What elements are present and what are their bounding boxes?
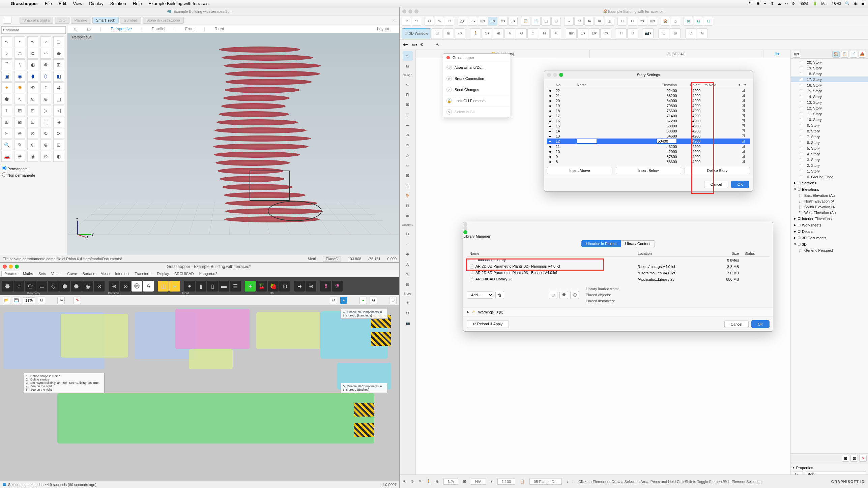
ribbon-icon[interactable]: ⊞ (169, 281, 180, 292)
break-connection-button[interactable]: ⊘Break Connection (443, 73, 510, 84)
tool-icon[interactable]: ⬯ (40, 71, 51, 82)
nav-item[interactable]: ⬚North Elevation (A (791, 198, 868, 204)
tb2-icon[interactable]: ⊡ (658, 28, 669, 38)
tb2-icon[interactable]: ⊡▾ (577, 28, 588, 38)
tool-icon[interactable]: ◁ (53, 105, 64, 116)
tb-icon[interactable]: 📄 (531, 17, 541, 26)
marquee-tool-icon[interactable]: ⊡ (403, 61, 413, 71)
nav-story-item[interactable]: 13. Story (791, 99, 868, 105)
menubar-icon[interactable]: ✦ (763, 1, 766, 6)
gh-tab[interactable]: Curve (64, 271, 80, 276)
command-input[interactable] (1, 26, 66, 34)
story-row[interactable]: ●14588004200☑ (547, 128, 750, 133)
smarttrack-button[interactable]: SmartTrack (92, 17, 119, 24)
nav-story-item[interactable]: 20. Story (791, 59, 868, 65)
tool-icon[interactable]: ◧ (53, 71, 64, 82)
tb-icon[interactable]: ✚▾ (498, 17, 508, 26)
sketch-icon[interactable]: ✎ (74, 297, 81, 304)
tool-icon[interactable]: ↔ (403, 239, 413, 249)
tb-icon[interactable]: ⇋ (584, 17, 594, 26)
zoom-ext-icon[interactable]: ⊡ (38, 297, 45, 304)
tool-icon[interactable]: ✎ (15, 140, 25, 150)
menu-edit[interactable]: Edit (55, 1, 69, 6)
open-icon[interactable]: 📂 (3, 297, 10, 304)
tool-icon[interactable]: ✦ (1, 82, 12, 93)
tool-icon[interactable]: ⊠ (15, 117, 25, 127)
story-row[interactable]: ●11462004200☑ (547, 144, 750, 149)
gh-tab[interactable]: Display (154, 271, 172, 276)
window-tool-icon[interactable]: ⊞ (403, 100, 413, 109)
gh-tab[interactable]: Maths (20, 271, 36, 276)
viewport-single-icon[interactable]: ▢ (82, 27, 95, 31)
mesh-tool-icon[interactable]: ⊞ (403, 211, 413, 220)
tool-icon[interactable]: ⊙ (40, 151, 51, 162)
ribbon-icon[interactable]: ⬣ (2, 281, 13, 292)
tab-right[interactable]: Right (210, 27, 229, 31)
tb2-icon[interactable]: ⊡ (539, 28, 550, 38)
story-row[interactable]: ●16672004200☑ (547, 118, 750, 123)
ribbon-icon[interactable]: ⬠ (25, 281, 36, 292)
story-row[interactable]: ●8336004200☑ (547, 159, 750, 164)
zoom-level[interactable]: 11% (23, 297, 35, 303)
tool-icon[interactable]: T (1, 105, 12, 116)
story-row[interactable]: ●21882004200☑ (547, 93, 750, 98)
tb2-icon[interactable]: ⊟▾ (589, 28, 600, 38)
tool-icon[interactable]: ◐ (27, 59, 38, 70)
ribbon-icon[interactable]: ● (184, 281, 195, 292)
slab-tool-icon[interactable]: ▱ (403, 130, 413, 140)
shell-tool-icon[interactable]: ⌓ (403, 160, 413, 170)
tb-icon[interactable]: 📋 (521, 17, 530, 26)
tool-icon[interactable]: ⟲ (27, 82, 38, 93)
nav-story-item[interactable]: 9. Story (791, 122, 868, 128)
tb2-icon[interactable]: ⊙ (685, 28, 696, 38)
ribbon-icon[interactable]: Ⓜ (132, 281, 142, 292)
tb2-icon[interactable]: ⊞▾ (566, 28, 577, 38)
nav-foot-icon[interactable]: ⊞ (842, 455, 849, 462)
menubar-icon[interactable]: ⬆ (771, 1, 774, 6)
story-row[interactable]: ●17714004200☑ (547, 113, 750, 118)
tb-icon[interactable]: ⊡ (694, 17, 703, 26)
status-icon[interactable]: ⊙ (411, 479, 414, 484)
add-library-select[interactable]: Add... (467, 291, 493, 299)
tool-icon[interactable]: ⊞ (15, 105, 25, 116)
object-tool-icon[interactable]: 🪑 (403, 191, 413, 200)
tool-icon[interactable]: ✂ (1, 128, 12, 139)
tool-icon[interactable]: ◠ (40, 48, 51, 59)
tb2-icon[interactable]: ⊓ (616, 28, 627, 38)
tool-icon[interactable]: ⬢ (1, 94, 12, 104)
ribbon-icon[interactable]: A (143, 281, 154, 292)
status-icon[interactable]: 📋 (520, 479, 525, 484)
status-icon[interactable]: 🚶 (426, 479, 431, 484)
nav-story-item[interactable]: 3. Story (791, 157, 868, 162)
lib-warnings-row[interactable]: ▸ ⚠ Warnings: 3 (0) (463, 307, 773, 316)
gh-canvas[interactable]: 1 - Define shape in Rhino 2 - Define sto… (0, 305, 399, 481)
tb2-icon[interactable]: ⊡ (432, 28, 442, 38)
tool-icon[interactable]: ⬬ (53, 48, 64, 59)
status-icon[interactable]: ⊡ (463, 479, 466, 484)
story-row[interactable]: ●13546004200☑ (547, 133, 750, 139)
nav-layout-icon[interactable]: 📄 (850, 51, 857, 58)
tool-icon[interactable]: ▷ (40, 105, 51, 116)
tb2-icon[interactable]: ☀ (550, 28, 561, 38)
status-scale[interactable]: 1:100 (497, 479, 516, 485)
arrow-tool-icon[interactable]: ↖ (403, 51, 413, 61)
tool-icon[interactable]: ∿ (15, 94, 25, 104)
nav-story-item[interactable]: 2. Story (791, 162, 868, 168)
siri-icon[interactable]: ◉ (854, 1, 857, 6)
nav-story-item[interactable]: 7. Story (791, 134, 868, 140)
nav-story-item[interactable]: 0. Ground Floor (791, 174, 868, 180)
status-icon[interactable]: ✕ (418, 479, 422, 484)
tab-front[interactable]: Front (180, 27, 199, 31)
nav-item[interactable]: ⬚West Elevation (Au (791, 210, 868, 215)
ribbon-icon[interactable]: ⬣ (71, 281, 82, 292)
tool-icon[interactable]: ◈ (53, 117, 64, 127)
preview-icon[interactable]: 👁 (57, 297, 65, 304)
chevron-left-icon[interactable]: ‹ (393, 18, 394, 22)
remove-library-icon[interactable]: 🗑 (495, 291, 504, 299)
nav-btn[interactable]: ⊞▾ (793, 51, 800, 58)
nav-story-item[interactable]: 15. Story (791, 88, 868, 94)
wifi-icon[interactable]: ⊚ (792, 1, 795, 6)
tab-perspective[interactable]: Perspective (106, 27, 137, 31)
nav-story-item[interactable]: 14. Story (791, 94, 868, 99)
tb-icon[interactable]: ⊡▾ (508, 17, 518, 26)
